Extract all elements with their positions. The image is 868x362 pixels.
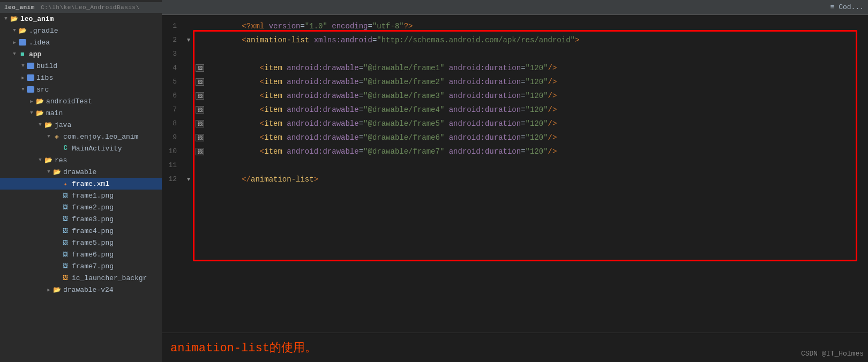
sidebar: leo_anim C:\lh\ke\Leo_AndroidBasis\ leo_…	[0, 0, 162, 362]
line-content: </animation-list>	[206, 159, 868, 200]
line-number: 6	[162, 89, 183, 103]
sidebar-item-gradle[interactable]: .gradle	[0, 25, 162, 36]
sidebar-item-androidtest[interactable]: androidTest	[0, 95, 162, 107]
folder-blue-icon	[27, 74, 34, 81]
sidebar-item-frame1-png[interactable]: 🖼 frame1.png	[0, 190, 162, 201]
sidebar-item-java[interactable]: java	[0, 119, 162, 131]
folder-icon	[18, 26, 27, 35]
folder-open-icon	[10, 14, 18, 23]
arrow-icon	[28, 97, 35, 105]
sidebar-item-frame2-png[interactable]: 🖼 frame2.png	[0, 201, 162, 213]
sidebar-item-src[interactable]: src	[0, 84, 162, 95]
sidebar-item-res[interactable]: res	[0, 154, 162, 166]
annotation-text: animation-list的使用。	[170, 342, 317, 355]
arrow-icon	[2, 15, 10, 22]
sidebar-item-label: frame1.png	[72, 192, 114, 200]
folder-icon	[53, 168, 61, 176]
sidebar-item-label: ic_launcher_backgr	[72, 274, 147, 282]
sidebar-item-label: res	[55, 156, 67, 164]
png-file-icon: 🖼	[61, 238, 70, 247]
sidebar-item-label: build	[36, 62, 57, 70]
sidebar-item-idea[interactable]: .idea	[0, 36, 162, 48]
sidebar-item-label: frame5.png	[72, 239, 114, 247]
arrow-icon	[45, 133, 53, 140]
sidebar-item-app[interactable]: ■ app	[0, 48, 162, 60]
sidebar-item-label: androidTest	[46, 97, 92, 105]
folder-icon	[53, 285, 61, 294]
app-icon: ■	[18, 50, 27, 58]
line-number: 10	[162, 145, 183, 159]
image-icon: 🖼	[194, 134, 206, 141]
image-icon: 🖼	[194, 106, 206, 114]
sidebar-item-label: frame4.png	[72, 227, 114, 235]
png-file-icon: 🖼	[61, 191, 70, 200]
sidebar-item-label: frame6.png	[72, 251, 114, 259]
arrow-icon	[11, 27, 18, 34]
image-icon: 🖼	[194, 148, 206, 155]
arrow-icon	[45, 286, 53, 293]
package-icon: ◈	[53, 132, 61, 141]
png-file-icon: 🖼	[61, 262, 70, 270]
sidebar-item-frame7-png[interactable]: 🖼 frame7.png	[0, 260, 162, 272]
sidebar-item-frame-xml[interactable]: ✦ frame.xml	[0, 178, 162, 190]
png-file-icon: 🖼	[61, 227, 70, 235]
line-number: 1	[162, 19, 183, 33]
png-file-icon: 🖼	[61, 203, 70, 212]
folder-blue-icon	[27, 63, 34, 69]
folder-icon	[35, 109, 44, 117]
code-line-2: 2 ▼ <animation-list xmlns:android="http:…	[162, 33, 868, 47]
sidebar-item-build[interactable]: build	[0, 60, 162, 72]
folder-icon	[35, 97, 44, 105]
arrow-icon	[19, 74, 27, 81]
sidebar-item-label: app	[29, 50, 41, 58]
main-area: ≡ Cod... 1 <?xml version="1.0" encoding=…	[162, 0, 868, 362]
sidebar-item-label: .idea	[29, 39, 50, 47]
arrow-icon	[28, 109, 35, 117]
arrow-icon	[19, 62, 27, 70]
sidebar-item-libs[interactable]: libs	[0, 72, 162, 84]
sidebar-item-frame6-png[interactable]: 🖼 frame6.png	[0, 248, 162, 260]
sidebar-item-drawable-v24[interactable]: drawable-v24	[0, 284, 162, 296]
sidebar-item-label: libs	[36, 74, 53, 82]
sidebar-item-drawable[interactable]: drawable	[0, 166, 162, 178]
project-title: leo_anim	[4, 4, 35, 11]
sidebar-item-mainactivity[interactable]: C MainActivity	[0, 142, 162, 154]
sidebar-item-main[interactable]: main	[0, 107, 162, 119]
sidebar-item-label: leo_anim	[20, 15, 54, 23]
arrow-icon	[19, 86, 27, 93]
watermark: CSDN @IT_Holmes	[801, 350, 864, 358]
code-area[interactable]: 1 <?xml version="1.0" encoding="utf-8"?>…	[162, 15, 868, 333]
main-topbar: ≡ Cod...	[162, 0, 868, 15]
sidebar-item-label: frame2.png	[72, 203, 114, 212]
sidebar-item-frame3-png[interactable]: 🖼 frame3.png	[0, 213, 162, 225]
line-number: 11	[162, 159, 183, 172]
sidebar-item-label: frame7.png	[72, 262, 114, 270]
code-line-12: 12 ▼ </animation-list>	[162, 172, 868, 186]
sidebar-item-leo-anim[interactable]: leo_anim	[0, 13, 162, 25]
sidebar-item-label: main	[46, 109, 63, 117]
right-menu[interactable]: ≡ Cod...	[830, 3, 864, 11]
annotation-bar: animation-list的使用。	[162, 333, 868, 362]
line-number: 9	[162, 131, 183, 145]
png-file-icon: 🖼	[61, 250, 70, 259]
arrow-icon	[11, 39, 18, 46]
fold-icon: ▼	[183, 172, 194, 186]
arrow-icon	[36, 121, 44, 129]
line-number: 4	[162, 61, 183, 75]
sidebar-item-frame5-png[interactable]: 🖼 frame5.png	[0, 237, 162, 248]
line-number: 12	[162, 172, 183, 186]
sidebar-item-label: frame3.png	[72, 215, 114, 223]
sidebar-item-label: com.enjoy.leo_anim	[63, 133, 138, 141]
sidebar-item-label: frame.xml	[72, 180, 109, 188]
line-number: 2	[162, 33, 183, 47]
sidebar-item-label: java	[55, 121, 71, 129]
fold-icon: ▼	[183, 33, 194, 47]
sidebar-item-package[interactable]: ◈ com.enjoy.leo_anim	[0, 131, 162, 142]
png-file-icon: 🖼	[61, 274, 70, 282]
sidebar-item-frame4-png[interactable]: 🖼 frame4.png	[0, 225, 162, 237]
arrow-icon	[11, 50, 18, 58]
sidebar-header: leo_anim C:\lh\ke\Leo_AndroidBasis\	[0, 2, 162, 13]
sidebar-item-ic-launcher[interactable]: 🖼 ic_launcher_backgr	[0, 272, 162, 284]
arrow-icon	[36, 156, 44, 164]
folder-icon	[44, 156, 53, 164]
